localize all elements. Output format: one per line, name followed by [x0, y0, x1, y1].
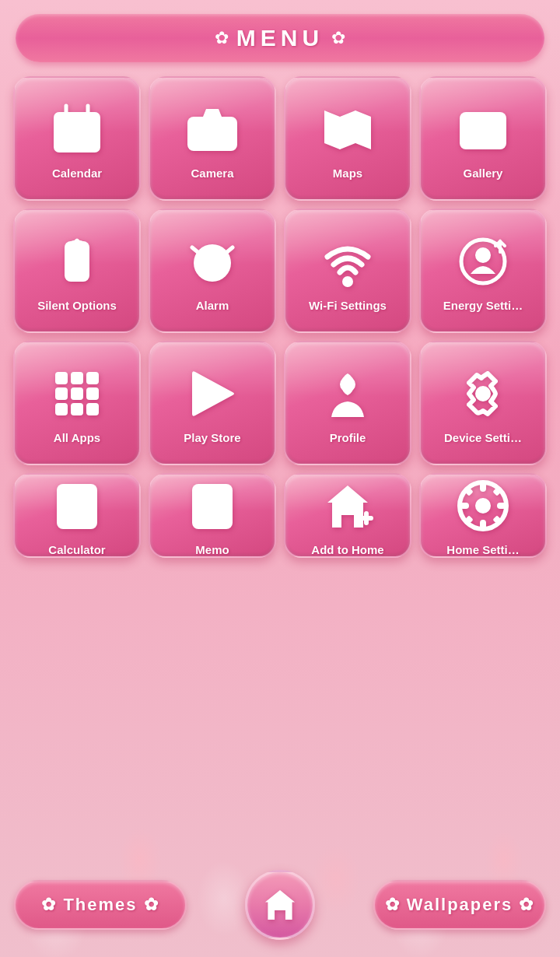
memo-button[interactable]: Memo [149, 473, 276, 558]
svg-rect-7 [59, 140, 67, 146]
svg-point-36 [340, 377, 355, 392]
energy-settings-label: Energy Setti… [439, 299, 527, 312]
svg-rect-44 [73, 515, 81, 523]
gallery-label: Gallery [460, 167, 507, 180]
memo-icon [181, 475, 243, 537]
gallery-icon [452, 98, 514, 160]
svg-point-13 [224, 121, 230, 128]
gallery-button[interactable]: Gallery [419, 76, 547, 201]
alarm-icon [181, 230, 243, 293]
svg-rect-55 [480, 520, 486, 529]
svg-rect-57 [497, 503, 506, 509]
calculator-label: Calculator [44, 543, 109, 556]
menu-title: MENU [236, 25, 324, 51]
maps-button[interactable]: Maps [284, 76, 411, 201]
svg-point-23 [342, 276, 353, 287]
svg-rect-33 [55, 403, 68, 415]
alarm-button[interactable]: Alarm [149, 209, 276, 333]
bottom-navigation: ✿ Themes ✿ ✿ Wallpapers ✿ [0, 870, 560, 940]
svg-rect-42 [85, 504, 93, 512]
profile-icon [317, 363, 379, 425]
svg-rect-34 [71, 403, 83, 415]
svg-rect-28 [71, 372, 83, 384]
silent-options-icon [46, 230, 108, 293]
all-apps-button[interactable]: All Apps [13, 341, 141, 465]
svg-rect-35 [86, 403, 99, 415]
svg-rect-45 [85, 515, 93, 523]
camera-button[interactable]: Camera [149, 76, 276, 201]
svg-rect-31 [71, 387, 83, 400]
profile-label: Profile [326, 431, 370, 444]
memo-label: Memo [191, 543, 233, 556]
device-settings-icon [452, 363, 514, 425]
svg-rect-41 [73, 504, 81, 512]
wifi-settings-icon [317, 230, 379, 293]
home-settings-label: Home Setti… [443, 543, 523, 556]
maps-icon [317, 98, 379, 160]
svg-point-53 [475, 498, 491, 514]
calculator-button[interactable]: Calculator [13, 473, 141, 558]
device-settings-label: Device Setti… [440, 431, 526, 444]
add-to-home-button[interactable]: Add to Home [284, 473, 411, 558]
svg-rect-4 [59, 130, 67, 136]
svg-rect-27 [55, 372, 68, 384]
camera-label: Camera [187, 167, 237, 180]
calendar-icon [46, 98, 108, 160]
svg-rect-6 [87, 130, 95, 136]
svg-point-25 [475, 247, 491, 263]
snowflake-right: ✿ [331, 28, 345, 48]
energy-settings-button[interactable]: Energy Setti… [419, 209, 547, 333]
play-store-icon [181, 363, 243, 425]
svg-rect-9 [87, 140, 95, 146]
menu-header: ✿ MENU ✿ [16, 14, 544, 62]
svg-rect-56 [460, 503, 469, 509]
home-settings-icon [452, 475, 514, 537]
svg-rect-40 [61, 504, 69, 512]
svg-rect-32 [86, 387, 99, 400]
svg-rect-1 [54, 112, 100, 126]
home-icon [260, 885, 300, 925]
silent-options-label: Silent Options [33, 299, 121, 312]
svg-rect-43 [61, 515, 69, 523]
themes-label: ✿ Themes ✿ [41, 895, 159, 915]
wallpapers-button[interactable]: ✿ Wallpapers ✿ [373, 880, 546, 930]
calendar-label: Calendar [48, 167, 106, 180]
alarm-label: Alarm [192, 299, 233, 312]
home-button[interactable] [245, 870, 315, 940]
svg-rect-8 [73, 140, 81, 146]
energy-settings-icon [452, 230, 514, 293]
calculator-icon [46, 475, 108, 537]
profile-button[interactable]: Profile [284, 341, 411, 465]
device-settings-button[interactable]: Device Setti… [419, 341, 547, 465]
app-grid: Calendar Camera Maps Gallery [13, 76, 547, 558]
all-apps-label: All Apps [50, 431, 104, 444]
play-store-button[interactable]: Play Store [149, 341, 276, 465]
camera-icon [181, 98, 243, 160]
wifi-settings-button[interactable]: Wi-Fi Settings [284, 209, 411, 333]
svg-point-37 [475, 386, 491, 401]
svg-point-16 [467, 119, 478, 130]
svg-rect-15 [460, 112, 506, 149]
silent-options-button[interactable]: Silent Options [13, 209, 141, 333]
wallpapers-label: ✿ Wallpapers ✿ [385, 895, 535, 915]
snowflake-left: ✿ [215, 28, 229, 48]
svg-rect-39 [61, 489, 93, 500]
svg-rect-54 [480, 482, 486, 492]
svg-rect-30 [55, 387, 68, 400]
svg-rect-5 [73, 130, 81, 136]
add-to-home-label: Add to Home [307, 543, 387, 556]
themes-button[interactable]: ✿ Themes ✿ [14, 880, 187, 930]
svg-point-22 [209, 260, 215, 266]
wifi-settings-label: Wi-Fi Settings [305, 299, 390, 312]
svg-point-12 [205, 127, 219, 141]
all-apps-icon [46, 363, 108, 425]
svg-rect-29 [86, 372, 99, 384]
play-store-label: Play Store [180, 431, 244, 444]
maps-label: Maps [329, 167, 366, 180]
calendar-button[interactable]: Calendar [13, 76, 141, 201]
home-settings-button[interactable]: Home Setti… [419, 473, 547, 558]
add-to-home-icon [317, 475, 379, 537]
